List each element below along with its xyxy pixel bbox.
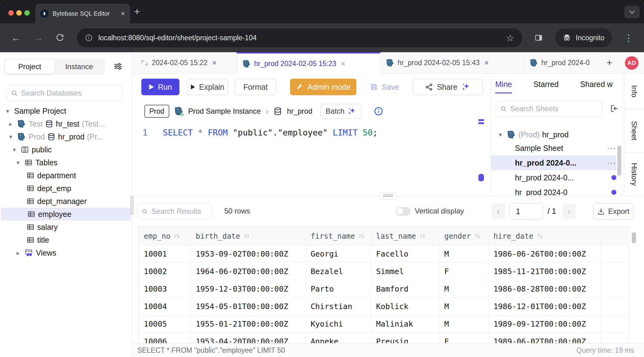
format-button[interactable]: Format [235,79,276,95]
site-info-icon[interactable] [85,34,93,42]
tree-node-views-group[interactable]: ▸ Views [0,246,132,259]
editor-scrollbar-thumb[interactable] [478,174,484,181]
connection-info-icon[interactable] [374,106,383,116]
instance-name[interactable]: Prod Sample Instance [188,107,261,116]
save-button[interactable]: Save [367,79,402,95]
sort-icon[interactable] [474,233,481,240]
sort-icon[interactable] [419,233,426,240]
search-sheets-input[interactable] [510,104,598,113]
table-row-clipped[interactable]: 100061953-04-20T00:00:00ZAnnekePreusigF1… [139,333,629,344]
share-button[interactable]: Share [413,79,483,95]
results-scrollbar-thumb[interactable] [632,232,636,243]
table-row[interactable]: 100041954-05-01T00:00:00ZChirstianKoblic… [139,298,629,315]
sort-icon[interactable] [174,233,180,240]
tree-node-table-title[interactable]: title [0,233,132,246]
tree-node-table-department[interactable]: department [0,169,132,182]
side-panel-icon[interactable] [534,33,543,42]
environment-chip[interactable]: Prod [144,105,169,118]
editor-tab[interactable]: hr_prod 2024-02-05 15:43 × [380,52,524,73]
search-databases-input[interactable] [21,89,118,97]
collapse-panel-icon[interactable] [610,104,619,113]
table-row[interactable]: 100011953-09-02T00:00:00ZGeorgiFacelloM1… [139,245,629,263]
browser-tab-close-icon[interactable]: × [121,10,125,17]
table-row[interactable]: 100031959-12-03T00:00:00ZPartoBamfordM19… [139,280,629,298]
prev-page-button[interactable]: ‹ [492,203,505,219]
table-row[interactable]: 100021964-06-02T00:00:00ZBezalelSimmelF1… [139,263,629,280]
tab-sheet[interactable]: Sheet [624,109,644,153]
search-results-input[interactable] [151,207,208,216]
column-header-birth-date[interactable]: birth_date [191,227,306,245]
caret-right-icon[interactable]: ▸ [17,249,25,257]
caret-down-icon[interactable]: ▾ [499,131,507,138]
table-row[interactable]: 100051955-01-21T00:00:00ZKyoichiMaliniak… [139,315,629,333]
column-header-emp-no[interactable]: emp_no [139,227,191,245]
sql-statement[interactable]: SELECT * FROM "public"."employee" LIMIT … [163,128,378,137]
window-zoom-button[interactable] [24,10,30,16]
batch-button[interactable]: Batch [320,104,361,119]
url-text[interactable]: localhost:8080/sql-editor/sheet/project-… [98,34,501,42]
sheet-item[interactable]: Sample Sheet ··· [491,141,616,155]
column-header-gender[interactable]: gender [439,227,489,245]
admin-mode-button[interactable]: Admin mode [290,79,356,95]
bookmark-star-icon[interactable]: ☆ [506,33,514,43]
caret-down-icon[interactable]: ▾ [6,108,14,115]
tab-history[interactable]: History [624,153,644,196]
filter-settings-icon[interactable] [113,61,123,71]
tab-mine[interactable]: Mine [495,80,512,93]
tab-starred[interactable]: Starred [533,80,559,93]
caret-down-icon[interactable]: ▾ [17,159,25,166]
editor-tab-unsaved[interactable]: 2024-02-05 15:22 × [135,52,237,73]
split-resize-handle[interactable] [379,193,397,199]
tree-node-table-dept-manager[interactable]: dept_manager [0,195,132,208]
address-bar[interactable]: localhost:8080/sql-editor/sheet/project-… [77,28,522,47]
sheet-item-clipped[interactable]: hr_prod 2024-0 [491,185,616,196]
explain-button[interactable]: Explain [187,79,228,95]
search-databases-field[interactable] [7,85,122,101]
editor-tab-truncated[interactable]: hr_prod 2024-0 [524,52,602,73]
tree-node-db-hr-test[interactable]: ▸ Test hr_test (Test... [0,117,132,130]
code-editor[interactable]: 1 SELECT * FROM "public"."employee" LIMI… [132,120,491,196]
editor-tab-active[interactable]: hr_prod 2024-02-05 15:23 × [237,52,380,74]
run-button[interactable]: Run [141,79,179,95]
user-avatar[interactable]: AD [625,56,638,70]
back-button[interactable]: ← [11,33,21,43]
column-header-last-name[interactable]: last_name [371,227,439,245]
sheet-item[interactable]: hr_prod 2024-0... [491,170,616,185]
sheet-group-hr-prod[interactable]: ▾ (Prod) hr_prod [491,127,616,142]
sidebar-resize-handle[interactable] [131,196,133,215]
sort-icon[interactable] [243,233,250,240]
tree-node-schema-public[interactable]: ▾ public [0,143,132,156]
browser-menu-icon[interactable]: ⋮ [624,33,634,43]
more-actions-icon[interactable]: ··· [607,144,616,152]
tab-shared[interactable]: Shared w [580,80,613,93]
export-button[interactable]: Export [593,203,634,219]
window-close-button[interactable] [8,10,14,16]
caret-right-icon[interactable]: ▸ [9,120,17,128]
search-results-field[interactable] [137,203,212,219]
close-tab-icon[interactable]: × [341,59,345,68]
window-minimize-button[interactable] [16,10,22,16]
vertical-display-toggle[interactable] [396,207,410,216]
next-page-button[interactable]: › [562,203,576,219]
tree-node-table-employee[interactable]: employee [1,208,131,221]
tab-info[interactable]: Info [624,74,644,109]
sort-icon[interactable] [536,233,543,240]
tab-search-button[interactable] [624,6,640,18]
reload-button[interactable] [55,33,65,42]
tree-node-project[interactable]: ▾ Sample Project [0,104,132,117]
close-tab-icon[interactable]: × [484,58,489,67]
tab-instance[interactable]: Instance [54,60,104,74]
column-header-first-name[interactable]: first_name [306,227,371,245]
sheet-item-selected[interactable]: hr_prod 2024-0... ··· [491,155,616,170]
database-name[interactable]: hr_prod [287,107,312,116]
caret-down-icon[interactable]: ▾ [13,146,21,153]
tree-node-table-dept-emp[interactable]: dept_emp [0,182,132,195]
new-sheet-tab-button[interactable]: + [607,57,612,69]
caret-down-icon[interactable]: ▾ [9,133,17,140]
column-header-hire-date[interactable]: hire_date [489,227,601,245]
tree-node-tables-group[interactable]: ▾ Tables [0,156,132,169]
tab-project[interactable]: Project [5,60,54,74]
new-browser-tab-button[interactable]: + [134,6,140,18]
sheet-list-scrollbar[interactable] [617,145,621,176]
page-number-input[interactable] [509,203,543,219]
